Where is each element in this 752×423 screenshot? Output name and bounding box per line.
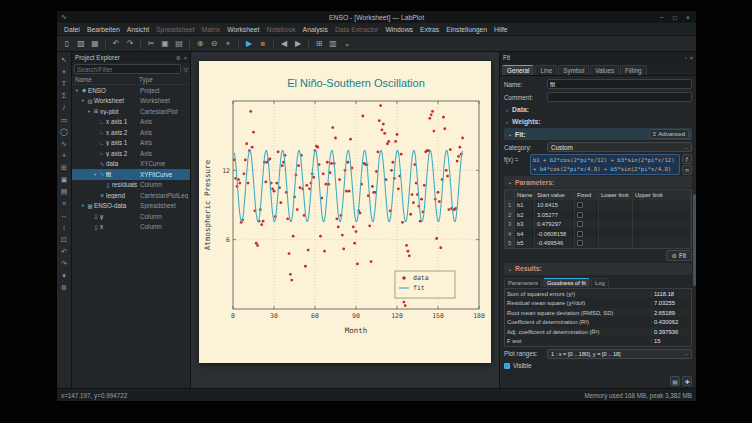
title-bar[interactable]: ∿ ENSO - [Worksheet] — LabPlot − □ × — [57, 11, 696, 23]
dock-close-icon[interactable]: × — [690, 55, 693, 61]
tree-row-worksheet[interactable]: ▾▤WorksheetWorksheet — [72, 96, 190, 107]
tree-row-y-axis-2[interactable]: ∟y axis 2Axis — [72, 148, 190, 159]
tab-values[interactable]: Values — [590, 65, 619, 75]
layout-icon[interactable]: ▥ — [327, 38, 339, 50]
column-header-name[interactable]: Name — [75, 76, 139, 83]
menu-analysis[interactable]: Analysis — [300, 25, 331, 34]
parameter-row-b2[interactable]: 2b23.05277 — [505, 210, 691, 220]
name-input[interactable] — [547, 79, 692, 89]
zoom-y-icon[interactable]: ↕ — [59, 222, 70, 233]
add-plot-icon[interactable]: ▤ — [59, 186, 70, 197]
chart-svg[interactable]: 0306090120150180612datafitEl Niño-Southe… — [199, 61, 491, 363]
tab-line[interactable]: Line — [535, 65, 557, 75]
run-fit-button[interactable]: ⚙ Fit — [666, 250, 692, 261]
tree-row-data[interactable]: ∿dataXYCurve — [72, 159, 190, 170]
results-tab-goodness-of-fit[interactable]: Goodness of fit — [543, 278, 590, 287]
undo-icon[interactable]: ↶ — [110, 38, 122, 50]
fit-selection-icon[interactable]: ⊡ — [59, 234, 70, 245]
parameter-row-b1[interactable]: 1b110.6415 — [505, 200, 691, 210]
copy-icon[interactable]: ▣ — [159, 38, 171, 50]
add-rectangle-icon[interactable]: ▭ — [59, 114, 70, 125]
tab-symbol[interactable]: Symbol — [558, 65, 589, 75]
worksheet-sheet[interactable]: 0306090120150180612datafitEl Niño-Southe… — [199, 61, 491, 363]
add-ellipse-icon[interactable]: ◯ — [59, 126, 70, 137]
add-legend-icon[interactable]: ≡ — [59, 198, 70, 209]
filter-icon[interactable]: ▽ — [183, 66, 188, 73]
tree-row-enso[interactable]: ▾◆ENSOProject — [72, 85, 190, 96]
redo-icon[interactable]: ↷ — [124, 38, 136, 50]
menu-worksheet[interactable]: Worksheet — [224, 25, 262, 34]
cursor-icon[interactable]: ↖ — [59, 54, 70, 65]
cut-icon[interactable]: ✂ — [145, 38, 157, 50]
add-image-icon[interactable]: ▣ — [59, 174, 70, 185]
tree-row-y[interactable]: ▯yColumn — [72, 211, 190, 222]
open-project-icon[interactable]: ▨ — [75, 38, 87, 50]
zoom-out-icon[interactable]: ⊖ — [208, 38, 220, 50]
fixed-checkbox[interactable] — [577, 221, 583, 227]
advanced-button[interactable]: ≡ Advanced — [649, 129, 689, 139]
tree-row-x-axis-1[interactable]: ∟x axis 1Axis — [72, 117, 190, 128]
tree-row-x-axis-2[interactable]: ∟x axis 2Axis — [72, 127, 190, 138]
dock-float-icon[interactable]: ▫ — [685, 55, 687, 61]
menu-hilfe[interactable]: Hilfe — [491, 25, 511, 34]
functions-icon[interactable]: ƒ — [682, 154, 692, 164]
constants-icon[interactable]: π — [682, 165, 692, 175]
visible-checkbox[interactable]: ✓ — [504, 363, 510, 369]
minimize-button[interactable]: − — [658, 14, 666, 21]
results-tab-parameters[interactable]: Parameters — [504, 278, 542, 287]
fixed-checkbox[interactable] — [577, 231, 583, 237]
plot-ranges-select[interactable]: 1 : x = [0 .. 180], y = [0 .. 18] ⌄ — [547, 349, 692, 359]
maximize-button[interactable]: □ — [671, 14, 679, 21]
rotate-left-icon[interactable]: ↶ — [59, 246, 70, 257]
tree-row-fit[interactable]: ▾∿fitXYFitCurve — [72, 169, 190, 180]
worksheet-view[interactable]: 0306090120150180612datafitEl Niño-Southe… — [191, 52, 500, 388]
template-save-icon[interactable]: ✚ — [682, 376, 692, 386]
parameter-row-b5[interactable]: 5b5-0.499546 — [505, 238, 691, 248]
new-project-icon[interactable]: ▯ — [61, 38, 73, 50]
panel-settings-icon[interactable]: ⚙ — [176, 55, 181, 61]
chart-legend[interactable]: datafit — [395, 271, 455, 298]
tree-row-legend[interactable]: ≡legendCartesianPlotLegend — [72, 190, 190, 201]
add-curve-icon[interactable]: ∿ — [59, 138, 70, 149]
category-select[interactable]: Custom ⌄ — [547, 142, 692, 152]
menu-extras[interactable]: Extras — [417, 25, 442, 34]
fx-expression-input[interactable]: b1 + b2*cos(2*pi*x/12) + b3*sin(2*pi*x/1… — [530, 154, 680, 175]
results-tab-log[interactable]: Log — [591, 278, 609, 287]
menu-windows[interactable]: Windows — [382, 25, 416, 34]
menu-bearbeiten[interactable]: Bearbeiten — [84, 25, 123, 34]
tab-filling[interactable]: Filling — [620, 65, 646, 75]
section-fit[interactable]: ⌄ Fit: ≡ Advanced — [504, 128, 692, 140]
menu-matrix[interactable]: Matrix — [199, 25, 224, 34]
zoom-x-icon[interactable]: ↔ — [59, 210, 70, 221]
tab-general[interactable]: General — [502, 65, 534, 75]
menu-data-extractor[interactable]: Data Extractor — [332, 25, 381, 34]
paste-icon[interactable]: ▤ — [173, 38, 185, 50]
section-results[interactable]: ⌄ Results: — [504, 263, 692, 275]
zoom-icon[interactable]: ⌖ — [59, 66, 70, 77]
template-load-icon[interactable]: ▤ — [670, 376, 680, 386]
menu-spreadsheet[interactable]: Spreadsheet — [153, 25, 198, 34]
tree-row-y-axis-1[interactable]: ∟y axis 1Axis — [72, 138, 190, 149]
zoom-select-icon[interactable]: ⌖ — [222, 38, 234, 50]
settings-icon[interactable]: ⚙ — [59, 282, 70, 293]
tree-row-x[interactable]: ▯xColumn — [72, 222, 190, 233]
add-grid-icon[interactable]: ⊞ — [59, 162, 70, 173]
stop-icon[interactable]: ■ — [257, 38, 269, 50]
panel-close-icon[interactable]: × — [184, 55, 187, 61]
comment-input[interactable] — [547, 92, 692, 102]
search-input[interactable] — [74, 64, 181, 74]
fixed-checkbox[interactable] — [577, 202, 583, 208]
fixed-checkbox[interactable] — [577, 212, 583, 218]
column-header-type[interactable]: Type — [139, 76, 187, 83]
rotate-right-icon[interactable]: ↷ — [59, 258, 70, 269]
more-tools-icon[interactable]: ▾ — [59, 270, 70, 281]
play-icon[interactable]: ▶ — [243, 38, 255, 50]
section-parameters[interactable]: ⌄ Parameters: — [504, 176, 692, 188]
tree-row-enso-data[interactable]: ▾▦ENSO-dataSpreadsheet — [72, 201, 190, 212]
navigate-prev-icon[interactable]: ◀ — [278, 38, 290, 50]
tree-row-residuals[interactable]: ▯residualsColumn — [72, 180, 190, 191]
fixed-checkbox[interactable] — [577, 240, 583, 246]
save-project-icon[interactable]: ▦ — [89, 38, 101, 50]
menu-einstellungen[interactable]: Einstellungen — [443, 25, 490, 34]
add-equation-icon[interactable]: Σ — [59, 90, 70, 101]
